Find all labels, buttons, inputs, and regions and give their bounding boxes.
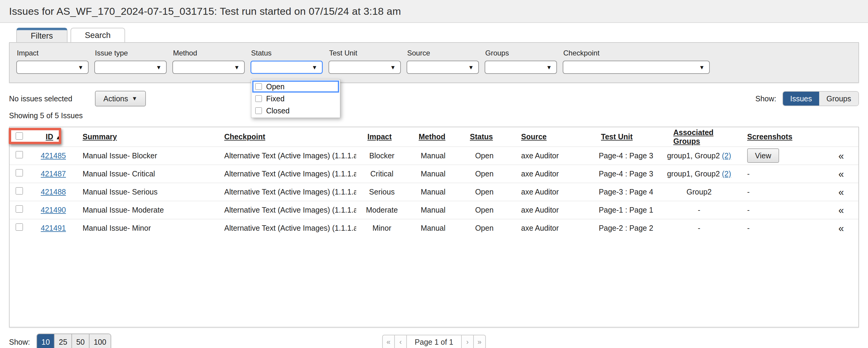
row-checkbox[interactable] (16, 169, 23, 176)
method-cell: Manual (407, 165, 459, 183)
header-summary[interactable]: Summary (71, 127, 213, 147)
impact-cell: Minor (356, 219, 407, 237)
source-filter-select[interactable]: ▼ (407, 61, 479, 74)
summary-cell: Manual Issue- Critical (71, 165, 213, 183)
page-size-25-button[interactable]: 25 (54, 334, 71, 348)
header-screenshots[interactable]: Screenshots (736, 127, 811, 147)
page-size-10-button[interactable]: 10 (37, 334, 54, 348)
status-filter-select[interactable]: ▼ (250, 61, 323, 74)
last-page-button[interactable]: » (473, 335, 486, 348)
actions-button[interactable]: Actions ▼ (95, 91, 146, 107)
test-unit-filter-select[interactable]: ▼ (329, 61, 401, 74)
method-filter-select[interactable]: ▼ (173, 61, 245, 74)
issue-id-link[interactable]: 421485 (41, 151, 66, 160)
first-page-button[interactable]: « (382, 335, 395, 348)
method-cell: Manual (407, 219, 459, 237)
issues-table: ID▲ Summary Checkpoint Impact Method Sta… (10, 127, 858, 237)
select-all-checkbox[interactable] (16, 133, 23, 140)
checkpoint-cell: Alternative Text (Active Images) (1.1.1.… (213, 147, 356, 165)
issue-id-link[interactable]: 421490 (41, 206, 66, 214)
status-fixed-checkbox[interactable] (255, 95, 262, 102)
show-groups-button[interactable]: Groups (819, 92, 858, 106)
summary-cell: Manual Issue- Serious (71, 183, 213, 201)
checkpoint-cell: Alternative Text (Active Images) (1.1.1.… (213, 219, 356, 237)
row-checkbox[interactable] (16, 187, 23, 195)
impact-cell: Blocker (356, 147, 407, 165)
filter-group-issue-type: Issue type ▼ (94, 48, 167, 74)
actions-button-label: Actions (103, 94, 128, 103)
table-row: 421490 Manual Issue- Moderate Alternativ… (10, 201, 858, 219)
selection-status-text: No issues selected (9, 94, 95, 103)
source-cell: axe Auditor (510, 201, 590, 219)
status-closed-checkbox[interactable] (255, 107, 262, 114)
page-size-100-button[interactable]: 100 (89, 334, 111, 348)
status-option-open[interactable]: Open (252, 81, 339, 93)
header-spacer (811, 127, 858, 147)
header-impact[interactable]: Impact (356, 127, 407, 147)
header-test-unit[interactable]: Test Unit (590, 127, 662, 147)
summary-cell: Manual Issue- Blocker (71, 147, 213, 165)
header-checkpoint[interactable]: Checkpoint (213, 127, 356, 147)
row-checkbox[interactable] (16, 151, 23, 158)
groups-cell: group1, Group2 (2) (662, 147, 736, 165)
header-id[interactable]: ID▲ (35, 127, 71, 147)
impact-filter-select[interactable]: ▼ (16, 61, 89, 74)
groups-cell: group1, Group2 (2) (662, 165, 736, 183)
tab-filters[interactable]: Filters (16, 28, 67, 42)
filter-group-groups: Groups ▼ (485, 48, 557, 74)
row-checkbox[interactable] (16, 224, 23, 231)
summary-cell: Manual Issue- Minor (71, 219, 213, 237)
page-size-50-button[interactable]: 50 (71, 334, 89, 348)
table-row: 421485 Manual Issue- Blocker Alternative… (10, 147, 858, 165)
issue-id-link[interactable]: 421491 (41, 224, 66, 232)
filter-panel: Impact ▼ Issue type ▼ Method ▼ Status (9, 42, 859, 83)
collapse-row-icon[interactable]: « (837, 223, 846, 233)
status-cell: Open (459, 183, 510, 201)
issues-toolbar: No issues selected Actions ▼ Show: Issue… (9, 91, 859, 107)
prev-page-button[interactable]: ‹ (394, 335, 407, 348)
tab-bar: Filters Search (16, 28, 859, 42)
status-option-fixed[interactable]: Fixed (252, 93, 339, 105)
tab-search[interactable]: Search (70, 28, 125, 42)
issues-table-container: ID▲ Summary Checkpoint Impact Method Sta… (9, 127, 859, 327)
screenshots-cell: - (736, 219, 811, 237)
method-cell: Manual (407, 201, 459, 219)
next-page-button[interactable]: › (461, 335, 474, 348)
row-checkbox[interactable] (16, 205, 23, 212)
chevron-down-icon: ▼ (156, 64, 161, 70)
no-screenshot-text: - (747, 187, 749, 196)
no-screenshot-text: - (747, 206, 749, 214)
collapse-row-icon[interactable]: « (837, 205, 846, 215)
chevron-down-icon: ▼ (312, 64, 317, 70)
pager: « ‹ Page 1 of 1 › » (382, 335, 486, 348)
header-associated-groups[interactable]: Associated Groups (662, 127, 736, 147)
issue-type-filter-select[interactable]: ▼ (94, 61, 167, 74)
issue-id-link[interactable]: 421488 (41, 187, 66, 196)
groups-count-link[interactable]: (2) (722, 151, 731, 160)
show-issues-button[interactable]: Issues (783, 92, 819, 106)
test-unit-cell: Page-4 : Page 3 (590, 165, 662, 183)
header-method[interactable]: Method (407, 127, 459, 147)
status-open-checkbox[interactable] (255, 83, 262, 90)
source-cell: axe Auditor (510, 147, 590, 165)
page-size-group: 10 25 50 100 (36, 334, 111, 348)
tab-search-label: Search (85, 31, 111, 40)
groups-count-link[interactable]: (2) (722, 170, 731, 178)
view-screenshot-button[interactable]: View (747, 148, 779, 163)
issue-id-link[interactable]: 421487 (41, 170, 66, 178)
status-option-closed[interactable]: Closed (252, 105, 339, 117)
method-cell: Manual (407, 183, 459, 201)
issue-type-filter-label: Issue type (95, 49, 167, 57)
collapse-row-icon[interactable]: « (837, 150, 846, 161)
collapse-row-icon[interactable]: « (837, 169, 846, 179)
checkpoint-filter-select[interactable]: ▼ (563, 61, 710, 74)
collapse-row-icon[interactable]: « (837, 187, 846, 197)
status-closed-label: Closed (266, 107, 290, 115)
header-id-label[interactable]: ID (46, 133, 53, 141)
groups-cell: - (662, 201, 736, 219)
header-source[interactable]: Source (510, 127, 590, 147)
source-cell: axe Auditor (510, 183, 590, 201)
groups-filter-select[interactable]: ▼ (485, 61, 557, 74)
status-fixed-label: Fixed (266, 94, 284, 103)
header-status[interactable]: Status (459, 127, 510, 147)
